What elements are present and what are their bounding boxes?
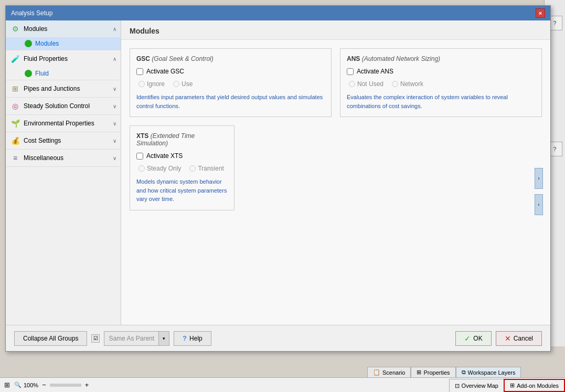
gsc-ignore-radio[interactable] [138, 81, 145, 87]
xts-title: XTS (Extended Time Simulation) [136, 132, 228, 147]
sidebar-modules-label: Modules [24, 25, 110, 33]
ans-activate-row: Activate ANS [347, 68, 535, 75]
sidebar-group-pipes: ⊞ Pipes and Junctions ∨ [6, 80, 121, 98]
sidebar-group-steady: ◎ Steady Solution Control ∨ [6, 98, 121, 115]
gsc-use-radio-label: Use [173, 80, 193, 88]
ans-description: Evaluates the complex interaction of sys… [347, 93, 535, 110]
properties-tab-label: Properties [423, 369, 450, 376]
sidebar-subitem-fluid[interactable]: Fluid [6, 67, 121, 80]
sidebar-misc-label: Miscellaneous [24, 154, 110, 162]
ans-notused-radio[interactable] [349, 81, 355, 87]
zoom-icon: 🔍 [14, 382, 22, 388]
chevron-up-icon-fluid: ∧ [113, 56, 116, 62]
cancel-label: Cancel [514, 335, 533, 342]
expand-panel-button[interactable]: › [535, 168, 543, 189]
gsc-ignore-label: Ignore [147, 80, 165, 88]
status-bar: ⊞ 🔍 100% − + → 9 ⊞ 10 ⊡ Overview Map ⊞ A… [0, 377, 565, 392]
zoom-in-btn[interactable]: + [83, 381, 91, 389]
workspace-layers-label: Workspace Layers [468, 369, 516, 376]
cost-icon: 💰 [10, 135, 20, 146]
gsc-full-name: (Goal Seek & Control) [152, 55, 213, 62]
ans-notused-label: Not Used [357, 80, 383, 88]
ans-network-radio-label: Network [392, 80, 423, 88]
dialog-body: ⚙ Modules ∧ Modules 🧪 Fluid Properties ∧ [6, 20, 550, 325]
sidebar-group-env: 🌱 Environmental Properties ∨ [6, 115, 121, 132]
gsc-radio-group: Ignore Use [136, 80, 325, 88]
gsc-use-label: Use [182, 80, 193, 88]
properties-tab[interactable]: ⊞ Properties [411, 367, 455, 377]
same-as-parent-control: Same As Parent ▾ [104, 331, 169, 346]
content-title: Modules [130, 27, 159, 35]
zoom-slider[interactable] [50, 384, 81, 387]
addon-modules-label: Add-on Modules [517, 383, 559, 389]
xts-transient-radio[interactable] [189, 165, 196, 172]
cancel-button[interactable]: ✕ Cancel [496, 331, 542, 346]
chevron-down-cost-icon: ∨ [113, 138, 116, 144]
ok-label: OK [473, 335, 482, 342]
gsc-title: GSC (Goal Seek & Control) [136, 55, 325, 62]
content-body: GSC (Goal Seek & Control) Activate GSC [121, 40, 550, 325]
sidebar-group-header-env[interactable]: 🌱 Environmental Properties ∨ [6, 115, 121, 132]
gsc-use-radio[interactable] [173, 81, 179, 87]
sidebar-group-header-fluid[interactable]: 🧪 Fluid Properties ∧ [6, 50, 121, 67]
status-right-tabs: ⊡ Overview Map ⊞ Add-on Modules [449, 379, 565, 392]
overview-map-tab[interactable]: ⊡ Overview Map [449, 379, 504, 392]
chevron-down-steady-icon: ∨ [113, 103, 116, 109]
xts-steady-radio[interactable] [138, 165, 145, 172]
same-as-parent-checkbox-icon: ☑ [91, 334, 100, 343]
analysis-setup-dialog: Analysis Setup × ⚙ Modules ∧ [5, 5, 551, 352]
sidebar-group-header-cost[interactable]: 💰 Cost Settings ∨ [6, 132, 121, 149]
chevron-down-pipes-icon: ∨ [113, 86, 116, 92]
help-label: Help [189, 335, 202, 342]
bottom-tabs-container: 📋 Scenario ⊞ Properties ⧉ Workspace Laye… [367, 363, 565, 377]
fluid-icon: 🧪 [10, 54, 20, 64]
sidebar-group-header-misc[interactable]: ≡ Miscellaneous ∨ [6, 150, 121, 166]
ok-button[interactable]: ✓ OK [455, 331, 491, 346]
gsc-ignore-radio-label: Ignore [138, 80, 165, 88]
sidebar-group-header-steady[interactable]: ◎ Steady Solution Control ∨ [6, 98, 121, 114]
modules-icon: ⚙ [10, 24, 20, 34]
sidebar-group-cost: 💰 Cost Settings ∨ [6, 132, 121, 150]
sidebar-group-misc: ≡ Miscellaneous ∨ [6, 150, 121, 167]
xts-activate-checkbox[interactable] [136, 153, 143, 160]
ans-activate-label: Activate ANS [357, 68, 393, 75]
xts-steady-label: Steady Only [147, 165, 181, 172]
sidebar-subitem-modules-label: Modules [35, 40, 59, 47]
ok-checkmark-icon: ✓ [464, 334, 471, 343]
ans-full-name: (Automated Network Sizing) [362, 55, 440, 62]
collapse-panel-button[interactable]: ‹ [535, 194, 543, 215]
xts-activate-label: Activate XTS [146, 152, 183, 160]
sidebar: ⚙ Modules ∧ Modules 🧪 Fluid Properties ∧ [6, 20, 121, 325]
ans-network-radio[interactable] [392, 81, 398, 87]
ans-activate-checkbox[interactable] [347, 68, 354, 75]
xts-transient-label: Transient [198, 165, 224, 172]
dialog-close-button[interactable]: × [536, 8, 545, 18]
same-as-parent-label: Same As Parent [104, 335, 158, 342]
misc-icon: ≡ [10, 153, 20, 163]
gsc-activate-row: Activate GSC [136, 68, 325, 75]
gsc-panel: GSC (Goal Seek & Control) Activate GSC [130, 48, 332, 117]
xts-description: Models dynamic system behavior and how c… [136, 177, 228, 204]
xts-container: XTS (Extended Time Simulation) Activate … [130, 125, 542, 210]
close-icon: × [539, 10, 542, 16]
workspace-layers-tab[interactable]: ⧉ Workspace Layers [456, 367, 521, 377]
zoom-controls: 🔍 100% − + [14, 381, 90, 389]
scenario-tab[interactable]: 📋 Scenario [367, 367, 411, 377]
footer-left: Collapse All Groups ☑ Same As Parent ▾ ?… [14, 331, 451, 346]
properties-tab-icon: ⊞ [417, 369, 421, 376]
grid-toggle[interactable]: ⊞ [4, 381, 10, 389]
same-as-parent-dropdown[interactable]: ▾ [158, 332, 169, 345]
addon-modules-tab[interactable]: ⊞ Add-on Modules [504, 379, 565, 392]
scenario-tab-label: Scenario [382, 369, 405, 376]
chevron-down-env-icon: ∨ [113, 121, 116, 126]
gsc-activate-checkbox[interactable] [136, 68, 143, 75]
help-button[interactable]: ? Help [174, 331, 211, 346]
collapse-all-groups-button[interactable]: Collapse All Groups [14, 331, 87, 346]
zoom-out-btn[interactable]: − [40, 381, 48, 389]
active-dot-icon [25, 40, 32, 47]
sidebar-group-header-modules[interactable]: ⚙ Modules ∧ [6, 20, 121, 37]
sidebar-group-header-pipes[interactable]: ⊞ Pipes and Junctions ∨ [6, 80, 121, 97]
sidebar-subitem-modules[interactable]: Modules [6, 37, 121, 50]
overview-map-icon: ⊡ [455, 383, 460, 389]
arrow-right-icon: › [538, 176, 540, 181]
